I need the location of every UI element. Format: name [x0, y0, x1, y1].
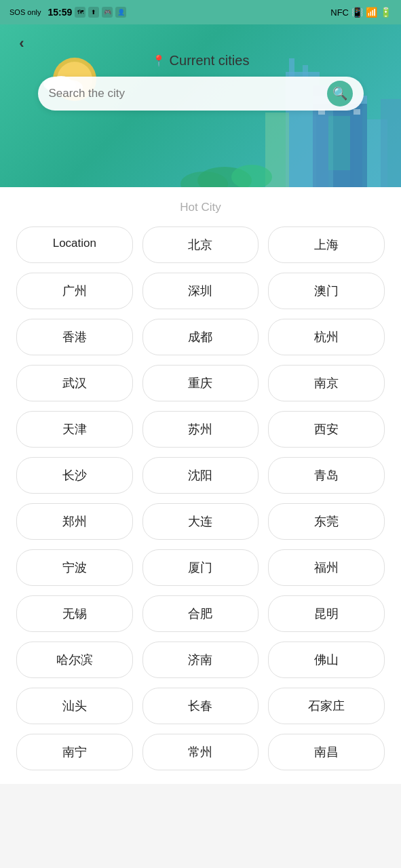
header-banner: ‹ — [0, 24, 401, 187]
banner-title: 📍 Current cities — [152, 53, 250, 68]
search-input[interactable] — [49, 87, 327, 100]
city-chip[interactable]: 广州 — [16, 273, 133, 309]
city-chip[interactable]: 无锡 — [16, 595, 133, 632]
nfc-icon: NFC — [330, 7, 349, 18]
status-bar: SOS only 15:59 🗺 ⬆ 🎮 👤 NFC 📳 📶 🔋 — [0, 0, 401, 24]
city-chip[interactable]: 福州 — [268, 549, 385, 586]
city-chip[interactable]: 石家庄 — [268, 688, 385, 724]
city-chip[interactable]: 西安 — [268, 411, 385, 448]
back-arrow-icon: ‹ — [19, 35, 24, 52]
app-icon-2: ⬆ — [88, 7, 99, 18]
current-cities-title: Current cities — [170, 53, 250, 68]
wifi-icon: 📶 — [366, 7, 377, 18]
svg-rect-19 — [381, 99, 401, 187]
city-grid: Location北京上海广州深圳澳门香港成都杭州武汉重庆南京天津苏州西安长沙沈阳… — [16, 226, 385, 770]
city-chip[interactable]: 香港 — [16, 319, 133, 355]
svg-rect-13 — [350, 104, 362, 187]
status-left: SOS only 15:59 🗺 ⬆ 🎮 👤 — [9, 7, 126, 18]
city-skyline — [170, 52, 401, 187]
search-bar-wrapper: 🔍 — [38, 77, 364, 111]
city-chip[interactable]: 苏州 — [142, 411, 259, 448]
status-icons-right: NFC 📳 📶 🔋 — [330, 7, 392, 18]
status-time: 15:59 — [47, 7, 72, 18]
city-chip[interactable]: 济南 — [142, 642, 259, 678]
city-chip[interactable]: 重庆 — [142, 365, 259, 401]
search-bar: 🔍 — [38, 77, 364, 111]
city-chip[interactable]: 武汉 — [16, 365, 133, 401]
city-chip[interactable]: 哈尔滨 — [16, 642, 133, 678]
vibrate-icon: 📳 — [351, 7, 363, 18]
city-chip[interactable]: 南京 — [268, 365, 385, 401]
svg-rect-12 — [316, 104, 328, 187]
city-chip[interactable]: 天津 — [16, 411, 133, 448]
city-chip[interactable]: 汕头 — [16, 688, 133, 724]
city-chip[interactable]: 杭州 — [268, 319, 385, 355]
app-icon-4: 👤 — [115, 7, 126, 18]
location-pin-icon: 📍 — [152, 54, 166, 67]
svg-rect-14 — [328, 116, 350, 170]
city-chip[interactable]: 深圳 — [142, 273, 259, 309]
svg-rect-7 — [289, 58, 294, 79]
app-icon-1: 🗺 — [75, 7, 85, 18]
city-chip[interactable]: 沈阳 — [142, 457, 259, 494]
city-chip[interactable]: 成都 — [142, 319, 259, 355]
city-chip[interactable]: 长春 — [142, 688, 259, 724]
content-area: Hot City Location北京上海广州深圳澳门香港成都杭州武汉重庆南京天… — [0, 187, 401, 784]
city-chip[interactable]: 长沙 — [16, 457, 133, 494]
city-chip[interactable]: 宁波 — [16, 549, 133, 586]
city-chip[interactable]: 昆明 — [268, 595, 385, 632]
city-chip[interactable]: 郑州 — [16, 503, 133, 540]
app-icon-3: 🎮 — [102, 7, 113, 18]
city-chip[interactable]: 南宁 — [16, 734, 133, 770]
search-icon: 🔍 — [332, 86, 347, 101]
search-button[interactable]: 🔍 — [327, 81, 353, 106]
city-chip[interactable]: 青岛 — [268, 457, 385, 494]
city-chip[interactable]: 北京 — [142, 226, 259, 263]
location-chip[interactable]: Location — [16, 226, 133, 263]
city-chip[interactable]: 合肥 — [142, 595, 259, 632]
city-chip[interactable]: 上海 — [268, 226, 385, 263]
back-button[interactable]: ‹ — [9, 31, 34, 56]
city-chip[interactable]: 南昌 — [268, 734, 385, 770]
sos-text: SOS only — [9, 8, 41, 16]
hot-city-title: Hot City — [16, 201, 385, 214]
city-chip[interactable]: 佛山 — [268, 642, 385, 678]
battery-icon: 🔋 — [380, 7, 392, 18]
city-chip[interactable]: 常州 — [142, 734, 259, 770]
city-chip[interactable]: 厦门 — [142, 549, 259, 586]
city-chip[interactable]: 澳门 — [268, 273, 385, 309]
city-chip[interactable]: 东莞 — [268, 503, 385, 540]
city-chip[interactable]: 大连 — [142, 503, 259, 540]
